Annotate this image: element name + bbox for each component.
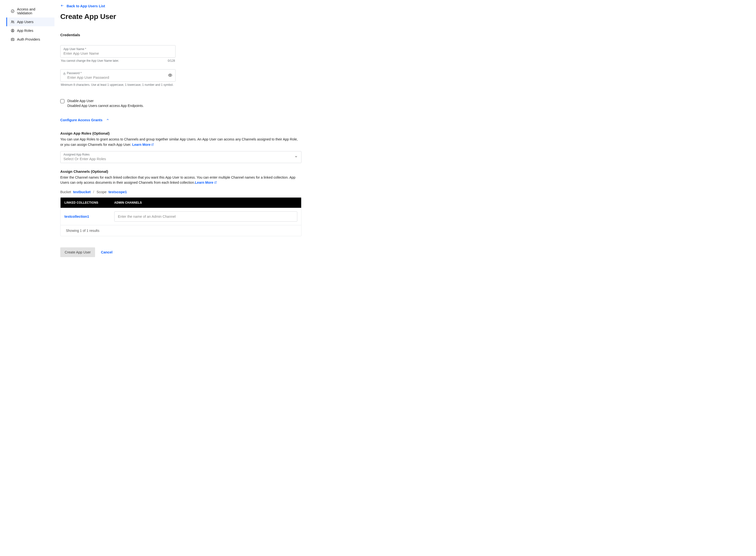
sidebar-item-label: App Users (17, 20, 34, 24)
svg-point-2 (13, 21, 14, 22)
footer-actions: Create App User Cancel (60, 247, 302, 257)
disable-user-checkbox[interactable] (60, 99, 64, 103)
chevron-up-icon (106, 118, 109, 122)
app-user-name-field[interactable]: App User Name * (60, 45, 175, 58)
create-app-user-button[interactable]: Create App User (60, 247, 95, 257)
col-header-linked: LINKED COLLECTIONS (61, 198, 110, 208)
section-title-channels: Assign Channels (Optional) (60, 169, 302, 174)
roles-desc: You can use App Roles to grant access to… (60, 137, 302, 147)
scope-link[interactable]: testscope1 (108, 190, 127, 194)
table-header: LINKED COLLECTIONS ADMIN CHANNELS (61, 198, 301, 208)
field-label: Password * (67, 71, 82, 75)
svg-point-0 (11, 10, 14, 13)
external-link-icon (214, 180, 217, 186)
svg-point-8 (170, 75, 171, 76)
chevron-down-icon[interactable] (295, 155, 298, 159)
back-link-label: Back to App Users List (67, 4, 105, 8)
disable-user-row: Disable App User Disabled App Users cann… (60, 99, 302, 108)
user-circle-icon (11, 29, 14, 33)
arrow-left-icon (60, 4, 64, 8)
svg-rect-7 (64, 74, 65, 75)
field-label: Assigned App Roles (63, 153, 90, 156)
back-link[interactable]: Back to App Users List (60, 4, 105, 8)
toggle-label: Configure Access Grants (60, 118, 103, 122)
admin-channel-input[interactable] (114, 211, 297, 221)
svg-point-6 (12, 39, 13, 40)
eye-icon[interactable] (168, 73, 172, 78)
scope-label: Scope (97, 190, 106, 194)
sidebar-item-app-roles[interactable]: App Roles (6, 26, 55, 35)
sidebar-item-app-users[interactable]: App Users (6, 18, 55, 26)
bucket-link[interactable]: testbucket (73, 190, 91, 194)
sidebar-item-auth-providers[interactable]: Auth Providers (6, 35, 55, 44)
bucket-label: Bucket (60, 190, 71, 194)
assigned-app-roles-input[interactable] (61, 151, 301, 163)
scope-breadcrumb: Bucket testbucket/Scope testscope1 (60, 190, 302, 194)
main-content: Back to App Users List Create App User C… (55, 2, 302, 257)
svg-point-4 (12, 30, 13, 31)
disable-user-label: Disable App User (67, 99, 144, 104)
roles-learn-more-link[interactable]: Learn More (132, 143, 154, 146)
collection-link[interactable]: testcollection1 (64, 215, 89, 218)
sidebar: Access and Validation App Users App Role… (6, 2, 55, 257)
page-title: Create App User (60, 12, 302, 21)
assigned-app-roles-field[interactable]: Assigned App Roles (60, 151, 302, 163)
sidebar-item-access-validation[interactable]: Access and Validation (6, 5, 55, 18)
svg-point-1 (11, 21, 12, 22)
username-helper-text: You cannot change the App User Name late… (61, 59, 119, 63)
check-circle-icon (11, 9, 14, 13)
field-label: App User Name * (63, 47, 86, 51)
results-summary: Showing 1 of 1 results (61, 225, 301, 236)
section-title-credentials: Credentials (60, 33, 302, 37)
section-title-roles: Assign App Roles (Optional) (60, 131, 302, 135)
users-icon (11, 20, 14, 24)
id-card-icon (11, 37, 14, 41)
cancel-button[interactable]: Cancel (101, 250, 112, 254)
username-helper-row: You cannot change the App User Name late… (60, 59, 175, 63)
sidebar-item-label: App Roles (17, 29, 33, 33)
col-header-admin: ADMIN CHANNELS (110, 198, 301, 208)
sidebar-item-label: Access and Validation (17, 7, 51, 15)
table-row: testcollection1 (61, 208, 301, 225)
external-link-icon (151, 142, 154, 148)
username-char-counter: 0/128 (168, 59, 175, 63)
configure-access-grants-toggle[interactable]: Configure Access Grants (60, 118, 109, 122)
channels-learn-more-link[interactable]: Learn More (195, 180, 216, 184)
sidebar-item-label: Auth Providers (17, 37, 40, 41)
password-field[interactable]: Password * (60, 69, 175, 82)
channels-table: LINKED COLLECTIONS ADMIN CHANNELS testco… (60, 197, 302, 236)
lock-icon (63, 72, 66, 76)
disable-user-desc: Disabled App Users cannot access App End… (67, 104, 144, 108)
channels-desc: Enter the Channel names for each linked … (60, 175, 302, 186)
password-helper-text: Minimum 8 characters. Use at least 1 upp… (60, 83, 206, 86)
